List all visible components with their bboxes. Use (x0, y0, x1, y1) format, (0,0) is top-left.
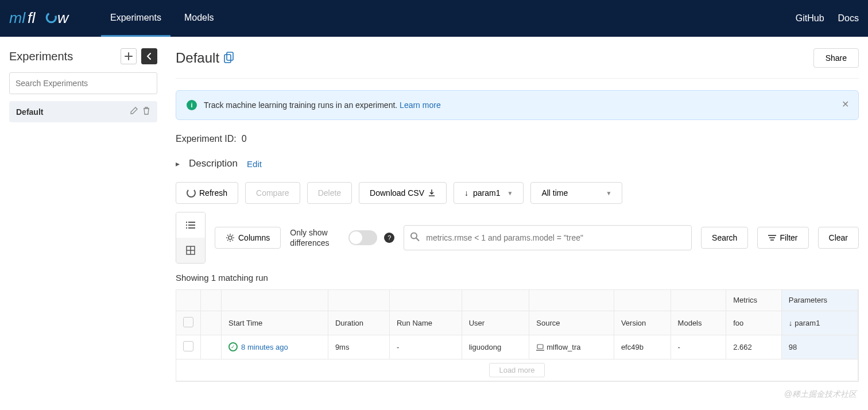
cell-run-name: - (389, 335, 462, 359)
collapse-sidebar-button[interactable] (141, 48, 157, 64)
link-github[interactable]: GitHub (796, 13, 824, 24)
parameters-group-header: Parameters (781, 290, 858, 311)
svg-text:w: w (57, 9, 69, 26)
sidebar-title: Experiments (9, 50, 116, 63)
col-run-name[interactable]: Run Name (389, 311, 462, 335)
col-models[interactable]: Models (671, 311, 726, 335)
learn-more-link[interactable]: Learn more (400, 100, 441, 110)
grid-view-button[interactable] (176, 238, 205, 263)
watermark: @稀土掘金技术社区 (784, 389, 857, 393)
sidebar-item-default[interactable]: Default (9, 101, 157, 122)
runs-search-input[interactable] (404, 225, 692, 250)
help-icon[interactable]: ? (384, 233, 394, 243)
col-source[interactable]: Source (529, 311, 614, 335)
copy-icon[interactable] (224, 52, 234, 65)
gear-icon (226, 233, 235, 242)
share-button[interactable]: Share (813, 48, 859, 68)
col-start-time[interactable]: Start Time (222, 311, 328, 335)
laptop-icon (536, 344, 544, 351)
sort-arrow-icon: ↓ (464, 188, 468, 198)
refresh-icon (187, 188, 196, 198)
page-title: Default (176, 50, 219, 66)
compare-button[interactable]: Compare (245, 182, 300, 204)
svg-text:ml: ml (9, 9, 26, 26)
metrics-group-header: Metrics (726, 290, 782, 311)
svg-rect-5 (227, 52, 233, 60)
timeframe-select[interactable]: All time ▼ (530, 182, 622, 204)
tab-models[interactable]: Models (175, 0, 223, 37)
list-view-button[interactable] (176, 212, 205, 238)
refresh-button[interactable]: Refresh (176, 182, 238, 204)
load-more-button[interactable]: Load more (489, 363, 544, 377)
search-icon (410, 233, 420, 243)
edit-description-link[interactable]: Edit (247, 159, 262, 169)
cell-models: - (671, 335, 726, 359)
results-count: Showing 1 matching run (176, 273, 859, 283)
col-duration[interactable]: Duration (328, 311, 389, 335)
sort-select[interactable]: ↓ param1 ▼ (454, 182, 524, 204)
row-checkbox[interactable] (183, 341, 193, 351)
edit-experiment-icon[interactable] (130, 107, 138, 117)
svg-point-7 (228, 236, 232, 239)
chevron-down-icon: ▼ (507, 190, 513, 196)
svg-rect-4 (224, 55, 231, 63)
columns-button[interactable]: Columns (215, 227, 281, 249)
search-experiments-input[interactable] (9, 72, 157, 94)
col-version[interactable]: Version (614, 311, 671, 335)
close-banner-icon[interactable]: ✕ (842, 99, 849, 110)
download-icon (428, 189, 436, 197)
delete-experiment-icon[interactable] (142, 107, 150, 117)
grid-icon (186, 246, 195, 255)
clear-button[interactable]: Clear (818, 227, 859, 249)
delete-button[interactable]: Delete (307, 182, 352, 204)
search-button[interactable]: Search (701, 227, 748, 249)
info-icon: i (187, 100, 197, 110)
link-docs[interactable]: Docs (838, 13, 859, 24)
col-param1[interactable]: ↓param1 (781, 311, 858, 335)
banner-text: Track machine learning training runs in … (204, 100, 400, 110)
download-csv-button[interactable]: Download CSV (359, 182, 447, 204)
col-expand (201, 311, 222, 335)
mlflow-logo[interactable]: ml fl w (9, 7, 78, 30)
svg-rect-9 (537, 345, 543, 349)
col-user[interactable]: User (462, 311, 529, 335)
experiment-id-label: Experiment ID: (176, 134, 237, 144)
svg-point-2 (46, 13, 56, 22)
select-all-checkbox[interactable] (183, 317, 193, 327)
cell-foo: 2.662 (726, 335, 782, 359)
cell-param1: 98 (781, 335, 858, 359)
tab-experiments[interactable]: Experiments (101, 0, 170, 37)
cell-source: mlflow_tra (529, 335, 614, 359)
description-caret-icon[interactable]: ▸ (176, 159, 180, 168)
cell-version: efc49b (614, 335, 671, 359)
info-banner: i Track machine learning training runs i… (176, 90, 859, 120)
list-icon (185, 221, 196, 229)
diff-toggle[interactable] (348, 230, 377, 245)
svg-point-8 (411, 233, 417, 239)
table-row: ✓ 8 minutes ago 9ms - liguodong mlflow_t… (176, 335, 858, 359)
sort-desc-icon: ↓ (789, 319, 793, 327)
col-foo[interactable]: foo (726, 311, 782, 335)
filter-icon (768, 235, 776, 241)
experiment-id-value: 0 (242, 134, 247, 144)
diff-label: Only show differences (290, 227, 342, 248)
run-link[interactable]: ✓ 8 minutes ago (228, 342, 321, 351)
status-success-icon: ✓ (228, 342, 238, 351)
svg-text:fl: fl (28, 9, 36, 26)
description-label: Description (189, 158, 238, 169)
sidebar-item-label: Default (16, 107, 43, 117)
cell-duration: 9ms (328, 335, 389, 359)
cell-user: liguodong (462, 335, 529, 359)
add-experiment-button[interactable] (121, 48, 137, 64)
filter-button[interactable]: Filter (757, 227, 808, 249)
chevron-down-icon: ▼ (606, 190, 612, 196)
